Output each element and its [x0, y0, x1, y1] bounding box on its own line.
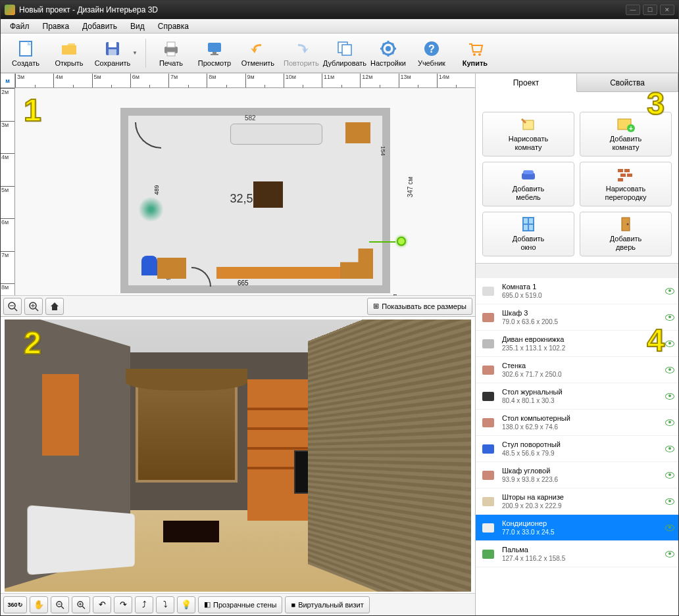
maximize-button[interactable]: ☐: [643, 5, 657, 15]
svg-point-13: [386, 46, 391, 51]
home-button[interactable]: [45, 298, 64, 315]
corner-cabinet-object[interactable]: [340, 249, 373, 279]
scene-item[interactable]: Стенка 302.6 x 71.7 x 250.0: [476, 357, 678, 383]
zoom-out-button[interactable]: [3, 298, 22, 315]
tab-properties[interactable]: Свойства: [577, 74, 678, 91]
scene-item[interactable]: Шкаф 3 79.0 x 63.6 x 200.5: [476, 304, 678, 331]
selection-handle[interactable]: [397, 237, 406, 246]
visibility-icon[interactable]: [665, 419, 674, 426]
zoom-out-3d-button[interactable]: [51, 596, 69, 613]
tool-open[interactable]: Открыть: [48, 36, 90, 71]
visibility-icon[interactable]: [665, 314, 674, 321]
tool-undo[interactable]: Отменить: [237, 36, 279, 71]
tool-redo[interactable]: Повторить: [280, 36, 322, 71]
svg-rect-51: [482, 366, 494, 375]
tool-preview[interactable]: Просмотр: [193, 36, 236, 71]
show-all-sizes-toggle[interactable]: ⊞Показывать все размеры: [367, 298, 472, 315]
action-add-window[interactable]: Добавитьокно: [482, 212, 574, 256]
tool-save[interactable]: Сохранить: [91, 36, 134, 71]
tool-duplicate[interactable]: Дублировать: [324, 36, 366, 71]
object-name: Шкаф угловой: [502, 466, 660, 475]
table-object[interactable]: [253, 181, 283, 208]
svg-rect-38: [618, 169, 623, 172]
scene-item[interactable]: Стол журнальный 80.4 x 80.1 x 30.3: [476, 383, 678, 410]
tool-settings[interactable]: Настройки: [367, 36, 409, 71]
transparent-walls-toggle[interactable]: ◧Прозрачные стены: [198, 596, 282, 613]
svg-rect-48: [482, 287, 494, 296]
menu-file[interactable]: Файл: [3, 20, 36, 32]
visibility-icon[interactable]: [665, 393, 674, 400]
scene-item[interactable]: Стол компьютерный 138.0 x 62.9 x 74.6: [476, 410, 678, 436]
tool-buy[interactable]: Купить: [454, 36, 496, 71]
action-add-room[interactable]: +Добавитькомнату: [580, 112, 672, 156]
zoom-in-3d-button[interactable]: [72, 596, 90, 613]
scene-item[interactable]: Комната 1 695.0 x 519.0: [476, 278, 678, 304]
tab-project[interactable]: Проект: [476, 74, 577, 92]
pan-button[interactable]: ✋: [30, 596, 48, 613]
wall-unit-object[interactable]: [216, 267, 361, 279]
rotate-right-button[interactable]: ↷: [114, 596, 132, 613]
view-3d[interactable]: 360↻ ✋ ↶ ↷ ⤴ ⤵ 💡 ◧Прозрачные стены ■Вирт…: [1, 316, 475, 615]
action-draw-room[interactable]: Нарисоватькомнату: [482, 112, 574, 156]
scene-item[interactable]: Пальма 127.4 x 116.2 x 158.5: [476, 541, 678, 567]
action-draw-wall[interactable]: Нарисоватьперегородку: [580, 162, 672, 206]
render-3d[interactable]: [5, 320, 471, 592]
close-button[interactable]: ✕: [660, 5, 674, 15]
svg-rect-7: [208, 43, 221, 52]
svg-rect-2: [109, 42, 116, 47]
visibility-icon[interactable]: [665, 341, 674, 347]
object-icon: [480, 283, 497, 300]
desk-object[interactable]: [157, 258, 186, 279]
camera-icon: ■: [291, 601, 295, 609]
svg-rect-42: [618, 178, 623, 181]
action-add-door[interactable]: Добавитьдверь: [580, 212, 672, 256]
cabinet-object[interactable]: [345, 122, 370, 143]
scene-item[interactable]: Стул поворотный 48.5 x 56.6 x 79.9: [476, 436, 678, 462]
zoom-in-button[interactable]: [24, 298, 43, 315]
visibility-icon[interactable]: [665, 551, 674, 557]
room-outline[interactable]: 32,52 582 347 см 154 489 665 65 см 95 15…: [120, 108, 390, 293]
sofa-object[interactable]: [230, 124, 322, 145]
save-dropdown[interactable]: ▼: [132, 50, 138, 56]
object-name: Шторы на карнизе: [502, 492, 660, 502]
door-object[interactable]: [135, 122, 161, 149]
object-icon: [480, 388, 497, 405]
visibility-icon[interactable]: [665, 367, 674, 373]
right-panel-tabs: Проект Свойства: [476, 74, 678, 92]
menu-edit[interactable]: Правка: [36, 20, 76, 32]
svg-line-22: [36, 308, 38, 311]
visibility-icon[interactable]: [665, 472, 674, 479]
action-add-furniture[interactable]: Добавитьмебель: [482, 162, 574, 206]
scene-item[interactable]: Диван еврокнижка 235.1 x 113.1 x 102.2: [476, 331, 678, 357]
menu-view[interactable]: Вид: [124, 20, 151, 32]
visibility-icon[interactable]: [665, 498, 674, 505]
svg-rect-39: [624, 169, 630, 172]
tilt-up-button[interactable]: ⤴: [135, 596, 153, 613]
visibility-icon[interactable]: [665, 525, 674, 531]
plant-object[interactable]: [136, 195, 166, 224]
virtual-visit-button[interactable]: ■Виртуальный визит: [285, 596, 369, 613]
menu-help[interactable]: Справка: [151, 20, 195, 32]
rotate-left-button[interactable]: ↶: [93, 596, 111, 613]
light-button[interactable]: 💡: [177, 596, 195, 613]
dimension-label: 582: [245, 114, 256, 122]
scene-item[interactable]: Кондиционер 77.0 x 33.0 x 24.5: [476, 515, 678, 541]
plan-view-2d[interactable]: м 3м4м5м6м7м8м9м10м11м12м13м14м 2м3м4м5м…: [1, 74, 475, 316]
scene-item[interactable]: Шкаф угловой 93.9 x 93.8 x 223.6: [476, 462, 678, 488]
tool-tutorial[interactable]: ?Учебник: [411, 36, 453, 71]
scene-item[interactable]: Шторы на карнизе 200.9 x 20.3 x 222.9: [476, 488, 678, 515]
minimize-button[interactable]: —: [626, 5, 640, 15]
object-name: Пальма: [502, 545, 660, 554]
visibility-icon[interactable]: [665, 446, 674, 452]
visibility-icon[interactable]: [665, 288, 674, 295]
svg-rect-49: [482, 313, 494, 322]
tool-print[interactable]: Печать: [150, 36, 192, 71]
door-object[interactable]: [191, 267, 211, 287]
menu-add[interactable]: Добавить: [76, 20, 124, 32]
chair-object[interactable]: [141, 256, 157, 275]
dimension-label: 489: [153, 185, 160, 195]
tool-create[interactable]: Создать: [5, 36, 47, 71]
tilt-down-button[interactable]: ⤵: [156, 596, 174, 613]
rotate-360-button[interactable]: 360↻: [3, 596, 27, 613]
menubar: Файл Правка Добавить Вид Справка: [1, 19, 678, 34]
